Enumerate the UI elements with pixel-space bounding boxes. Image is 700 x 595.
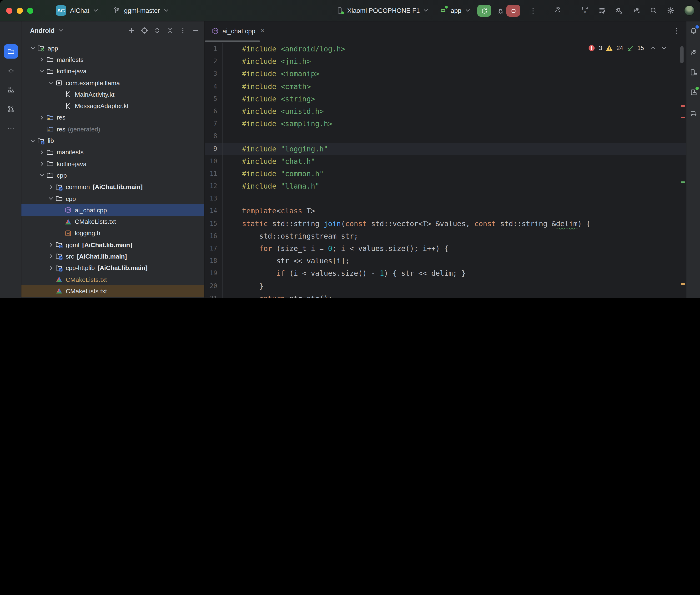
code-line[interactable]: 8 xyxy=(205,130,686,143)
close-tab-icon[interactable]: ✕ xyxy=(260,28,265,34)
code-line[interactable]: 11 #include "common.h" xyxy=(205,168,686,180)
minimize-window-button[interactable] xyxy=(17,7,23,13)
tree-row-kotlin-java[interactable]: kotlin+java xyxy=(22,158,204,170)
code-line[interactable]: 6 #include <unistd.h> xyxy=(205,105,686,118)
tool-device-manager[interactable] xyxy=(688,67,699,78)
folder-icon xyxy=(46,160,54,168)
tool-pull-requests[interactable] xyxy=(4,102,18,116)
tree-row-common[interactable]: common[AiChat.lib.main] xyxy=(22,181,204,193)
project-widget[interactable]: AC AiChat xyxy=(49,5,99,16)
lib-module-icon xyxy=(55,264,63,272)
code-line[interactable]: 14 template<class T> xyxy=(205,205,686,217)
code-area[interactable]: 1 #include <android/log.h> 2 #include <j… xyxy=(205,43,686,298)
avatar[interactable] xyxy=(684,5,695,16)
tree-row-manifests[interactable]: manifests xyxy=(22,146,204,158)
code-line[interactable]: 21 return str.str(); xyxy=(205,292,686,298)
branch-widget[interactable]: ggml-master xyxy=(113,7,170,14)
tool-structure[interactable] xyxy=(4,82,18,97)
tree-row-logging-h[interactable]: logging.h xyxy=(22,228,204,239)
stop-button[interactable] xyxy=(506,5,520,17)
tool-notifications[interactable] xyxy=(688,25,699,37)
tree-row-res[interactable]: res xyxy=(22,112,204,123)
editor: C ai_chat.cpp ✕ 3 24 15 1 #include <andr… xyxy=(205,22,686,298)
tree-row-messageadapter-kt[interactable]: MessageAdapter.kt xyxy=(22,100,204,112)
sync-project-gradle-icon[interactable] xyxy=(633,7,640,14)
editor-vscrollbar-thumb[interactable] xyxy=(680,46,683,63)
error-stripe-mark[interactable] xyxy=(681,117,685,118)
device-selector[interactable]: Xiaomi POCOPHONE F1 xyxy=(336,7,430,14)
code-line[interactable]: 3 #include <iomanip> xyxy=(205,68,686,80)
editor-scrollbar-thumb[interactable] xyxy=(205,40,260,42)
tree-row-cmakelists-txt[interactable]: CMakeLists.txt xyxy=(22,285,204,297)
error-stripe-mark[interactable] xyxy=(681,105,685,107)
kotlin-icon xyxy=(64,91,72,98)
run-configuration-selector[interactable]: app xyxy=(439,7,471,14)
settings-icon[interactable] xyxy=(667,7,674,14)
attach-debugger-icon[interactable] xyxy=(615,7,623,14)
rerun-button[interactable] xyxy=(477,5,491,17)
code-line[interactable]: 9 #include "logging.h" xyxy=(205,143,686,155)
code-line[interactable]: 13 xyxy=(205,193,686,205)
tree-row-cpp-httplib[interactable]: cpp-httplib[AiChat.lib.main] xyxy=(22,262,204,274)
tree-row-res[interactable]: res(generated) xyxy=(22,297,204,298)
tool-project[interactable] xyxy=(4,44,18,59)
code-line[interactable]: 19 if (i < values.size() - 1) { str << d… xyxy=(205,267,686,280)
project-name: AiChat xyxy=(70,7,89,14)
build-run-icon[interactable] xyxy=(554,6,561,13)
code-line[interactable]: 4 #include <cmath> xyxy=(205,80,686,93)
left-tool-sidebar xyxy=(0,22,22,298)
tree-row-app[interactable]: app xyxy=(22,42,204,54)
expand-all-icon[interactable] xyxy=(153,27,161,34)
tool-running-devices[interactable] xyxy=(688,87,699,98)
tree-row-res[interactable]: res(generated) xyxy=(22,123,204,135)
code-line[interactable]: 12 #include "llama.h" xyxy=(205,180,686,192)
tab-ai-chat-cpp[interactable]: C ai_chat.cpp ✕ xyxy=(205,22,270,40)
tool-commit[interactable] xyxy=(4,64,18,78)
close-window-button[interactable] xyxy=(6,7,12,13)
code-line[interactable]: 7 #include <sampling.h> xyxy=(205,118,686,130)
tree-row-cpp[interactable]: cpp xyxy=(22,193,204,204)
tree-row-cmakelists-txt[interactable]: CMakeLists.txt xyxy=(22,216,204,228)
code-line[interactable]: 10 #include "chat.h" xyxy=(205,155,686,167)
apply-code-changes-icon[interactable] xyxy=(598,7,606,14)
tree-row-ai-chat-cpp[interactable]: C ai_chat.cpp xyxy=(22,204,204,216)
code-line[interactable]: 15 static std::string join(const std::ve… xyxy=(205,217,686,230)
tree-row-mainactivity-kt[interactable]: MainActivity.kt xyxy=(22,89,204,100)
tree-row-cpp[interactable]: cpp xyxy=(22,170,204,181)
project-view-selector[interactable]: Android xyxy=(30,27,55,34)
tree-row-lib[interactable]: lib xyxy=(22,135,204,147)
zoom-window-button[interactable] xyxy=(27,7,33,13)
code-line[interactable]: 2 #include <jni.h> xyxy=(205,55,686,67)
code-line[interactable]: 1 #include <android/log.h> xyxy=(205,43,686,55)
options-menu-icon[interactable] xyxy=(179,27,187,34)
error-stripe-mark[interactable] xyxy=(681,283,685,285)
tree-row-kotlin-java[interactable]: kotlin+java xyxy=(22,65,204,77)
lib-module-icon xyxy=(37,137,45,144)
code-line[interactable]: 5 #include <string> xyxy=(205,93,686,105)
add-icon[interactable] xyxy=(128,27,135,34)
tree-row-manifests[interactable]: manifests xyxy=(22,54,204,66)
error-stripe-mark[interactable] xyxy=(681,181,685,183)
tool-gemini-assistant[interactable] xyxy=(688,108,699,119)
apply-changes-restart-icon[interactable]: A xyxy=(581,7,589,14)
svg-text:C: C xyxy=(214,29,216,33)
tree-row-com-example-llama[interactable]: com.example.llama xyxy=(22,77,204,89)
cpp-icon: C xyxy=(64,206,72,214)
chevron-down-icon xyxy=(57,27,65,34)
tree-row-src[interactable]: src[AiChat.lib.main] xyxy=(22,251,204,262)
more-run-actions-button[interactable] xyxy=(526,5,540,17)
code-line[interactable]: 16 std::ostringstream str; xyxy=(205,230,686,243)
select-opened-file-icon[interactable] xyxy=(141,27,148,34)
tool-gradle[interactable] xyxy=(688,47,699,58)
search-everywhere-icon[interactable] xyxy=(650,7,657,14)
code-line[interactable]: 20 } xyxy=(205,280,686,292)
debug-button[interactable] xyxy=(494,5,507,17)
tree-row-ggml[interactable]: ggml[AiChat.lib.main] xyxy=(22,239,204,251)
code-line[interactable]: 18 str << values[i]; xyxy=(205,255,686,267)
tree-row-cmakelists-txt[interactable]: CMakeLists.txt xyxy=(22,274,204,285)
editor-options-icon[interactable] xyxy=(673,27,680,35)
tool-more-tool-windows[interactable] xyxy=(4,121,18,135)
code-line[interactable]: 17 for (size_t i = 0; i < values.size();… xyxy=(205,243,686,255)
hide-tool-window-icon[interactable] xyxy=(192,27,200,34)
collapse-all-icon[interactable] xyxy=(166,27,174,34)
